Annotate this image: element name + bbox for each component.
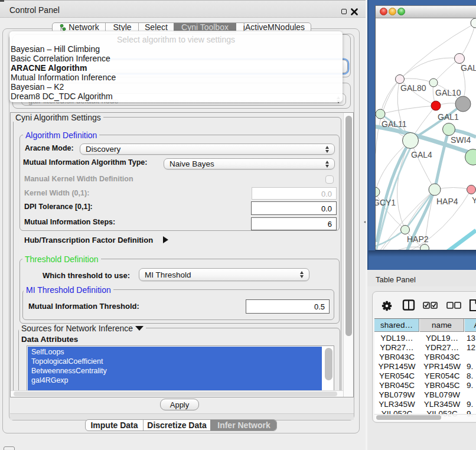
svg-text:GAL10: GAL10: [435, 88, 461, 97]
svg-text:HAP2: HAP2: [407, 234, 429, 244]
svg-text:SWI4: SWI4: [451, 135, 471, 145]
svg-text:YIL: YIL: [472, 195, 476, 205]
svg-text:GAL80: GAL80: [400, 83, 426, 93]
svg-text:GAL2: GAL2: [461, 63, 476, 73]
svg-text:HAP4: HAP4: [436, 197, 458, 206]
svg-text:GAL1: GAL1: [438, 112, 459, 122]
svg-text:GAL4: GAL4: [411, 150, 432, 159]
svg-text:GCY1: GCY1: [376, 198, 396, 207]
svg-text:GAL11: GAL11: [382, 119, 407, 129]
